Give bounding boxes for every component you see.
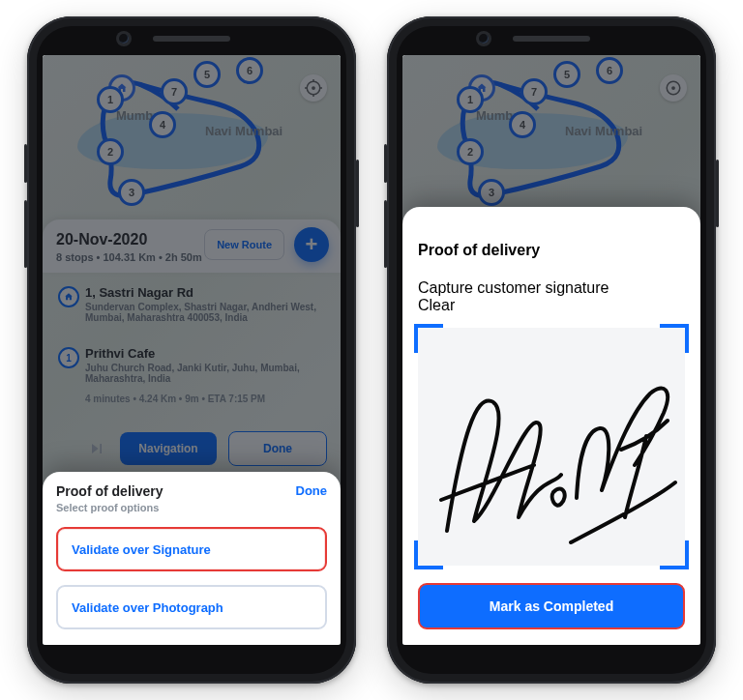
sheet-title: Proof of delivery (56, 483, 163, 499)
screen-right: Mumbai Navi Mumbai 1 2 3 4 5 6 7 (402, 55, 700, 645)
sheet-hint: Capture customer signature (418, 279, 685, 297)
signature-sheet: Proof of delivery Capture customer signa… (402, 207, 700, 645)
sheet-done-button[interactable]: Done (296, 483, 328, 498)
clear-button[interactable]: Clear (418, 297, 455, 313)
signature-pad[interactable] (418, 328, 685, 566)
mark-completed-button[interactable]: Mark as Completed (418, 583, 685, 629)
sheet-hint: Select proof options (56, 502, 163, 513)
validate-photograph-option[interactable]: Validate over Photograph (56, 585, 327, 629)
proof-sheet: Proof of delivery Select proof options D… (43, 472, 341, 645)
device-mock-left: Mumbai Navi Mumbai 1 2 3 4 5 6 7 (27, 16, 356, 684)
validate-signature-option[interactable]: Validate over Signature (56, 527, 327, 571)
sheet-title: Proof of delivery (418, 242, 685, 259)
signature-stroke (418, 328, 685, 566)
screen-left: Mumbai Navi Mumbai 1 2 3 4 5 6 7 (43, 55, 341, 645)
device-mock-right: Mumbai Navi Mumbai 1 2 3 4 5 6 7 (387, 16, 716, 684)
